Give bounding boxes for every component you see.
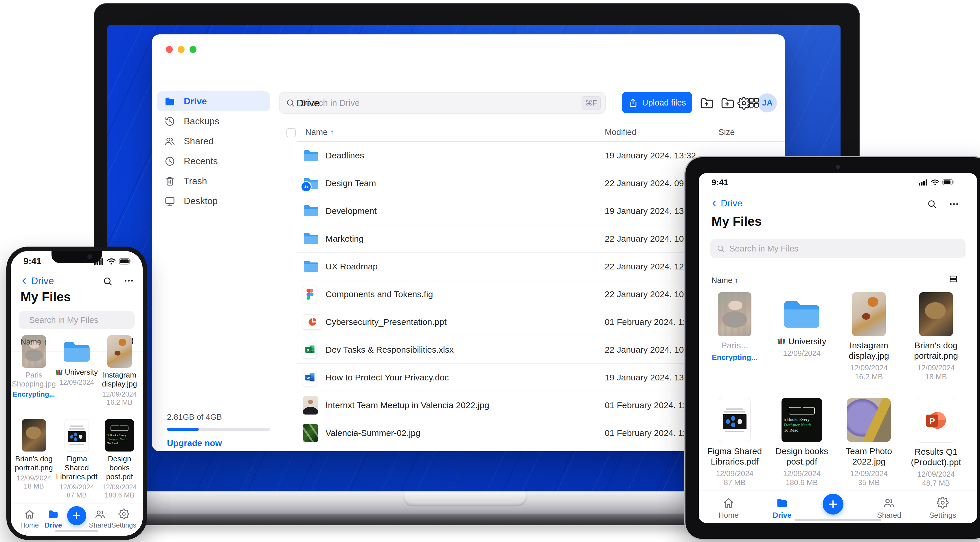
file-name: Instagram display.jpg xyxy=(838,340,899,361)
file-grid: Paris... Encrypting... University 12/09/… xyxy=(701,292,970,523)
folder-card[interactable]: University 12/09/2024 xyxy=(772,292,832,381)
list-view-toggle[interactable] xyxy=(949,274,958,285)
folder-icon xyxy=(303,204,319,218)
back-label: Drive xyxy=(31,275,54,287)
home-indicator[interactable] xyxy=(794,519,881,521)
figma-file-icon xyxy=(303,285,317,303)
search-bar[interactable] xyxy=(19,311,135,329)
grid-view-toggle[interactable] xyxy=(747,96,760,109)
excel-file-icon: X xyxy=(303,341,317,358)
file-card[interactable]: P Results Q1 (Product).ppt 12/09/2024 48… xyxy=(906,398,966,488)
sort-by-name[interactable]: Name ↑ xyxy=(711,276,738,285)
file-card[interactable]: Figma Shared Libraries.pdf 12/09/2024 87… xyxy=(704,398,765,488)
page-title: My Files xyxy=(21,290,71,304)
add-file-fab[interactable] xyxy=(67,506,86,525)
file-name: Paris Shopping.jpg xyxy=(12,371,56,388)
search-input[interactable] xyxy=(729,244,959,254)
file-thumbnail xyxy=(852,292,886,336)
file-card[interactable]: Paris... Encrypting... xyxy=(704,292,765,381)
file-name: Paris... xyxy=(721,340,748,351)
upload-folder-button[interactable] xyxy=(699,96,713,109)
books-emoji-icon xyxy=(777,337,786,346)
select-all-checkbox[interactable] xyxy=(286,128,296,137)
sidebar-item-drive[interactable]: Drive xyxy=(157,91,270,111)
upload-files-button[interactable]: Upload files xyxy=(622,92,692,113)
sort-ascending-arrow: ↑ xyxy=(735,276,739,285)
search-button[interactable] xyxy=(103,276,113,286)
tab-shared[interactable]: Shared xyxy=(873,497,905,520)
file-name: Figma Shared Libraries.pdf xyxy=(704,446,765,467)
status-icons xyxy=(919,179,955,185)
shared-badge-icon xyxy=(301,181,312,192)
search-input[interactable] xyxy=(29,315,139,325)
more-dots-icon xyxy=(125,280,126,282)
file-thumbnail xyxy=(107,335,132,368)
tab-settings[interactable]: Settings xyxy=(927,497,959,520)
file-name-row: University xyxy=(777,336,826,347)
file-size: 87 MB xyxy=(724,478,745,487)
photo-thumbnail xyxy=(303,396,318,415)
file-thumbnail: 5 Books EveryDesigner NeedsTo Read xyxy=(781,398,822,442)
add-file-fab[interactable] xyxy=(822,494,843,515)
tab-drive[interactable]: Drive xyxy=(766,497,798,520)
status-time: 9:41 xyxy=(24,256,41,266)
file-card[interactable]: Brian's dog portrait.png 12/09/2024 18 M… xyxy=(13,419,55,499)
gear-icon xyxy=(937,497,949,509)
minimize-window-button[interactable] xyxy=(178,46,185,53)
file-card[interactable]: 5 Books EveryDesigner NeedsTo Read Desig… xyxy=(99,419,141,499)
close-window-button[interactable] xyxy=(166,46,173,53)
file-name: Results Q1 (Product).ppt xyxy=(906,447,966,468)
encrypting-status: Encrypting... xyxy=(712,353,757,362)
file-card[interactable]: Brian's dog portrait.png 12/09/2024 18 M… xyxy=(906,292,966,381)
file-date: 12/09/2024 xyxy=(59,379,94,387)
file-card[interactable]: 5 Books EveryDesigner NeedsTo Read Desig… xyxy=(772,398,832,488)
column-name[interactable]: Name ↑ xyxy=(305,127,334,137)
file-thumbnail xyxy=(847,398,891,442)
file-name: Design books post.pdf xyxy=(99,455,141,481)
folder-icon xyxy=(303,149,319,162)
tab-settings[interactable]: Settings xyxy=(108,509,140,529)
people-icon xyxy=(94,509,106,520)
back-button[interactable]: Drive xyxy=(20,275,54,287)
file-card[interactable]: Team Photo 2022.jpg 12/09/2024 35 MB xyxy=(838,398,899,488)
zoom-window-button[interactable] xyxy=(189,46,196,53)
file-size: 18 MB xyxy=(24,482,44,490)
file-card[interactable]: Instagram display.jpg 12/09/2024 16.2 MB xyxy=(99,333,141,406)
search-shortcut-badge: ⌘F xyxy=(582,96,601,110)
file-card[interactable]: Paris Shopping.jpg Encrypting... xyxy=(13,333,55,406)
file-card[interactable]: Figma Shared Libraries.pdf 12/09/2024 87… xyxy=(56,419,98,499)
file-size: 87 MB xyxy=(67,491,86,499)
plus-icon xyxy=(72,510,82,521)
file-date: 12/09/2024 xyxy=(16,474,51,482)
folder-card[interactable]: University 12/09/2024 xyxy=(56,333,98,406)
folder-icon xyxy=(164,96,176,107)
tab-label: Drive xyxy=(45,521,62,529)
back-button[interactable]: Drive xyxy=(710,198,743,209)
tab-drive[interactable]: Drive xyxy=(37,509,69,529)
new-folder-button[interactable] xyxy=(720,96,734,109)
more-menu-button[interactable] xyxy=(125,280,133,282)
tab-label: Home xyxy=(718,511,738,520)
more-menu-button[interactable] xyxy=(950,203,958,205)
file-size: 180.6 MB xyxy=(786,478,818,487)
battery-icon xyxy=(119,258,132,265)
file-date: 12/09/2024 xyxy=(102,483,137,491)
column-size[interactable]: Size xyxy=(718,127,735,137)
search-button[interactable] xyxy=(927,199,937,209)
file-thumbnail xyxy=(919,292,953,336)
drive-search-bar[interactable]: ⌘F xyxy=(279,92,606,114)
file-table-header: Name ↑ Modified Size xyxy=(152,126,785,141)
camera-icon xyxy=(836,165,840,169)
gear-icon xyxy=(118,509,129,520)
search-bar[interactable] xyxy=(710,239,966,258)
tab-home[interactable]: Home xyxy=(713,497,745,520)
column-modified[interactable]: Modified xyxy=(605,127,636,137)
file-date: 12/09/2024 xyxy=(850,469,888,478)
search-icon xyxy=(927,199,937,209)
folder-icon xyxy=(782,298,821,330)
file-card[interactable]: Instagram display.jpg 12/09/2024 16.2 MB xyxy=(838,292,899,381)
history-icon xyxy=(164,116,176,127)
drive-search-input[interactable] xyxy=(300,98,582,108)
home-indicator[interactable] xyxy=(55,530,99,532)
folder-icon xyxy=(303,259,319,274)
